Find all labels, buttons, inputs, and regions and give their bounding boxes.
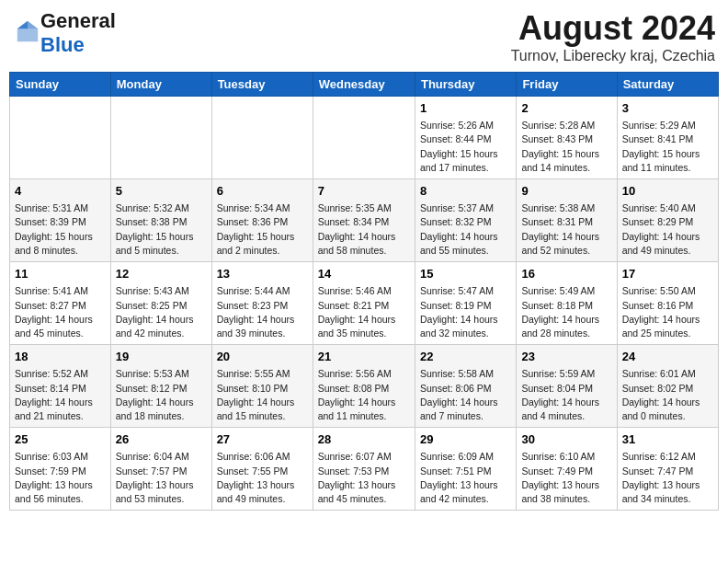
- day-number: 26: [116, 431, 207, 448]
- calendar-cell: 10Sunrise: 5:40 AM Sunset: 8:29 PM Dayli…: [617, 179, 718, 262]
- day-info: Sunrise: 6:07 AM Sunset: 7:53 PM Dayligh…: [318, 450, 410, 506]
- day-info: Sunrise: 5:37 AM Sunset: 8:32 PM Dayligh…: [420, 201, 511, 258]
- day-info: Sunrise: 5:59 AM Sunset: 8:04 PM Dayligh…: [521, 367, 611, 423]
- day-info: Sunrise: 5:28 AM Sunset: 8:43 PM Dayligh…: [521, 119, 611, 175]
- calendar-cell: 13Sunrise: 5:44 AM Sunset: 8:23 PM Dayli…: [211, 262, 313, 345]
- day-number: 18: [15, 349, 106, 365]
- calendar-cell: 21Sunrise: 5:56 AM Sunset: 8:08 PM Dayli…: [313, 345, 415, 428]
- weekday-header-tuesday: Tuesday: [211, 73, 313, 97]
- day-info: Sunrise: 5:52 AM Sunset: 8:14 PM Dayligh…: [15, 367, 106, 423]
- day-number: 30: [521, 431, 611, 448]
- day-number: 19: [116, 349, 207, 365]
- svg-marker-1: [28, 21, 38, 29]
- page-header: General Blue August 2024 Turnov, Liberec…: [9, 9, 719, 64]
- day-number: 25: [15, 431, 106, 448]
- weekday-header-saturday: Saturday: [617, 73, 718, 97]
- day-number: 9: [521, 183, 611, 200]
- weekday-header-sunday: Sunday: [10, 73, 111, 97]
- day-number: 31: [622, 431, 713, 448]
- calendar-cell: 30Sunrise: 6:10 AM Sunset: 7:49 PM Dayli…: [517, 428, 617, 511]
- day-number: 23: [521, 349, 611, 365]
- day-info: Sunrise: 5:32 AM Sunset: 8:38 PM Dayligh…: [116, 201, 207, 258]
- day-info: Sunrise: 6:01 AM Sunset: 8:02 PM Dayligh…: [622, 367, 713, 423]
- calendar-cell: 28Sunrise: 6:07 AM Sunset: 7:53 PM Dayli…: [313, 428, 415, 511]
- calendar-cell: [110, 97, 211, 179]
- day-number: 10: [622, 183, 713, 200]
- day-info: Sunrise: 5:26 AM Sunset: 8:44 PM Dayligh…: [420, 119, 511, 175]
- day-info: Sunrise: 5:44 AM Sunset: 8:23 PM Dayligh…: [217, 284, 308, 340]
- weekday-header-wednesday: Wednesday: [313, 73, 415, 97]
- calendar-cell: 20Sunrise: 5:55 AM Sunset: 8:10 PM Dayli…: [211, 345, 313, 428]
- calendar-cell: 5Sunrise: 5:32 AM Sunset: 8:38 PM Daylig…: [110, 179, 211, 262]
- day-info: Sunrise: 6:09 AM Sunset: 7:51 PM Dayligh…: [420, 450, 511, 506]
- day-info: Sunrise: 5:50 AM Sunset: 8:16 PM Dayligh…: [622, 284, 713, 340]
- weekday-header-friday: Friday: [517, 73, 617, 97]
- day-info: Sunrise: 5:35 AM Sunset: 8:34 PM Dayligh…: [318, 201, 410, 258]
- logo: General Blue: [13, 9, 116, 57]
- day-info: Sunrise: 5:40 AM Sunset: 8:29 PM Dayligh…: [622, 201, 713, 258]
- calendar-cell: 29Sunrise: 6:09 AM Sunset: 7:51 PM Dayli…: [415, 428, 516, 511]
- day-info: Sunrise: 6:10 AM Sunset: 7:49 PM Dayligh…: [521, 450, 611, 506]
- day-number: 14: [318, 266, 410, 282]
- calendar-cell: 15Sunrise: 5:47 AM Sunset: 8:19 PM Dayli…: [415, 262, 516, 345]
- day-number: 24: [622, 349, 713, 365]
- calendar-cell: 31Sunrise: 6:12 AM Sunset: 7:47 PM Dayli…: [617, 428, 718, 511]
- day-number: 2: [521, 100, 611, 117]
- day-info: Sunrise: 5:55 AM Sunset: 8:10 PM Dayligh…: [217, 367, 308, 423]
- day-info: Sunrise: 6:04 AM Sunset: 7:57 PM Dayligh…: [116, 450, 207, 506]
- day-info: Sunrise: 5:49 AM Sunset: 8:18 PM Dayligh…: [521, 284, 611, 340]
- calendar-cell: [211, 97, 313, 179]
- weekday-header-monday: Monday: [110, 73, 211, 97]
- day-number: 1: [420, 100, 511, 117]
- logo-blue: Blue: [40, 33, 85, 56]
- day-info: Sunrise: 5:38 AM Sunset: 8:31 PM Dayligh…: [521, 201, 611, 258]
- calendar-cell: 26Sunrise: 6:04 AM Sunset: 7:57 PM Dayli…: [110, 428, 211, 511]
- calendar-week-4: 18Sunrise: 5:52 AM Sunset: 8:14 PM Dayli…: [10, 345, 719, 428]
- calendar-cell: 16Sunrise: 5:49 AM Sunset: 8:18 PM Dayli…: [517, 262, 617, 345]
- logo-icon: [15, 18, 40, 44]
- day-number: 6: [217, 183, 308, 200]
- day-info: Sunrise: 5:29 AM Sunset: 8:41 PM Dayligh…: [622, 119, 713, 175]
- calendar-cell: 14Sunrise: 5:46 AM Sunset: 8:21 PM Dayli…: [313, 262, 415, 345]
- calendar-cell: 12Sunrise: 5:43 AM Sunset: 8:25 PM Dayli…: [110, 262, 211, 345]
- day-number: 15: [420, 266, 511, 282]
- logo-text: General Blue: [40, 9, 116, 57]
- day-number: 16: [521, 266, 611, 282]
- calendar-week-3: 11Sunrise: 5:41 AM Sunset: 8:27 PM Dayli…: [10, 262, 719, 345]
- day-number: 20: [217, 349, 308, 365]
- calendar-cell: [313, 97, 415, 179]
- calendar-header: SundayMondayTuesdayWednesdayThursdayFrid…: [10, 73, 719, 97]
- day-number: 5: [116, 183, 207, 200]
- day-info: Sunrise: 5:58 AM Sunset: 8:06 PM Dayligh…: [420, 367, 511, 423]
- day-number: 17: [622, 266, 713, 282]
- calendar-cell: 19Sunrise: 5:53 AM Sunset: 8:12 PM Dayli…: [110, 345, 211, 428]
- day-number: 22: [420, 349, 511, 365]
- weekday-header-row: SundayMondayTuesdayWednesdayThursdayFrid…: [10, 73, 719, 97]
- day-info: Sunrise: 5:47 AM Sunset: 8:19 PM Dayligh…: [420, 284, 511, 340]
- calendar-cell: 25Sunrise: 6:03 AM Sunset: 7:59 PM Dayli…: [10, 428, 111, 511]
- svg-marker-3: [17, 29, 38, 41]
- day-number: 29: [420, 431, 511, 448]
- calendar-cell: 7Sunrise: 5:35 AM Sunset: 8:34 PM Daylig…: [313, 179, 415, 262]
- day-number: 28: [318, 431, 410, 448]
- calendar-body: 1Sunrise: 5:26 AM Sunset: 8:44 PM Daylig…: [10, 97, 719, 511]
- day-number: 12: [116, 266, 207, 282]
- calendar-cell: 2Sunrise: 5:28 AM Sunset: 8:43 PM Daylig…: [517, 97, 617, 179]
- calendar-cell: 23Sunrise: 5:59 AM Sunset: 8:04 PM Dayli…: [517, 345, 617, 428]
- day-number: 21: [318, 349, 410, 365]
- day-number: 4: [15, 183, 106, 200]
- calendar-cell: 11Sunrise: 5:41 AM Sunset: 8:27 PM Dayli…: [10, 262, 111, 345]
- calendar-cell: [10, 97, 111, 179]
- day-info: Sunrise: 5:46 AM Sunset: 8:21 PM Dayligh…: [318, 284, 410, 340]
- day-info: Sunrise: 5:43 AM Sunset: 8:25 PM Dayligh…: [116, 284, 207, 340]
- location-title: Turnov, Liberecky kraj, Czechia: [511, 48, 715, 64]
- day-info: Sunrise: 6:06 AM Sunset: 7:55 PM Dayligh…: [217, 450, 308, 506]
- day-info: Sunrise: 5:53 AM Sunset: 8:12 PM Dayligh…: [116, 367, 207, 423]
- day-info: Sunrise: 5:56 AM Sunset: 8:08 PM Dayligh…: [318, 367, 410, 423]
- calendar-cell: 27Sunrise: 6:06 AM Sunset: 7:55 PM Dayli…: [211, 428, 313, 511]
- calendar-cell: 22Sunrise: 5:58 AM Sunset: 8:06 PM Dayli…: [415, 345, 516, 428]
- calendar-cell: 18Sunrise: 5:52 AM Sunset: 8:14 PM Dayli…: [10, 345, 111, 428]
- title-block: August 2024 Turnov, Liberecky kraj, Czec…: [511, 9, 715, 64]
- day-info: Sunrise: 5:31 AM Sunset: 8:39 PM Dayligh…: [15, 201, 106, 258]
- day-number: 3: [622, 100, 713, 117]
